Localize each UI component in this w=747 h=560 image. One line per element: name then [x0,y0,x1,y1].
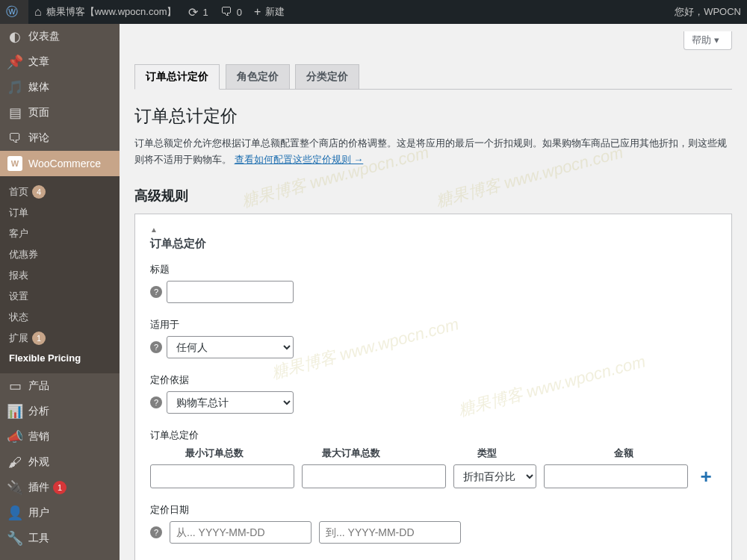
chat-icon: 🗨 [7,131,22,146]
menu-pages[interactable]: ▤页面 [0,100,120,125]
col-min: 最小订单总数 [150,447,279,460]
collapse-toggle[interactable]: ▲ [150,225,716,234]
doc-link[interactable]: 查看如何配置这些定价规则 → [235,154,364,165]
menu-users[interactable]: 👤用户 [0,500,120,526]
home-icon: ⌂ [34,5,42,19]
wp-logo[interactable]: ⓦ [0,0,28,24]
help-icon[interactable]: ? [150,341,162,353]
add-row-button[interactable]: + [695,466,716,487]
min-input[interactable] [150,464,294,488]
submenu-status[interactable]: 状态 [0,307,120,328]
brush-icon: 🖌 [7,455,22,470]
home-badge: 4 [32,185,46,199]
chart-icon: 📊 [7,404,22,419]
box-title: 订单总定价 [150,237,716,251]
dashboard-icon: ◐ [7,29,22,44]
updates-count: 1 [202,7,208,18]
submenu-customers[interactable]: 客户 [0,223,120,244]
admin-menu: ◐仪表盘 📌文章 🎵媒体 ▤页面 🗨评论 WWooCommerce 首页4 订单… [0,24,120,551]
help-icon[interactable]: ? [150,526,162,538]
wrench-icon: 🔧 [7,531,22,546]
woo-icon: W [7,156,22,171]
pricing-group-box: ▲ 订单总定价 标题 ? 适用于 ? 任何人 [134,214,732,560]
plus-icon: + [254,5,261,19]
label-date: 定价日期 [150,503,716,517]
plug-icon: 🔌 [7,480,22,495]
max-input[interactable] [302,464,446,488]
comments-link[interactable]: 🗨0 [214,0,248,24]
new-content[interactable]: +新建 [248,0,291,24]
date-to-input[interactable] [319,521,461,544]
page-icon: ▤ [7,105,22,120]
tab-order-total[interactable]: 订单总计定价 [134,64,220,90]
submenu-reports[interactable]: 报表 [0,265,120,286]
greeting: 您好，WPOCN [675,5,741,19]
updates-link[interactable]: ⟳1 [182,0,214,24]
my-account[interactable]: 您好，WPOCN [669,0,747,24]
comments-count: 0 [237,7,242,18]
media-icon: 🎵 [7,80,22,95]
wordpress-icon: ⓦ [6,4,18,20]
menu-tools[interactable]: 🔧工具 [0,526,120,551]
comment-icon: 🗨 [220,5,232,19]
totals-heading: 订单总定价 [150,429,716,442]
label-title: 标题 [150,263,716,276]
help-icon[interactable]: ? [150,396,162,408]
site-title: 糖果博客【www.wpocn.com】 [46,5,177,19]
menu-marketing[interactable]: 📣营销 [0,424,120,449]
submenu-extensions[interactable]: 扩展1 [0,328,120,349]
megaphone-icon: 📣 [7,429,22,444]
archive-icon: ▭ [7,379,22,393]
site-link[interactable]: ⌂糖果博客【www.wpocn.com】 [28,0,182,24]
type-select[interactable]: 折扣百分比 [453,464,536,488]
refresh-icon: ⟳ [188,5,198,19]
admin-toolbar: ⓦ ⌂糖果博客【www.wpocn.com】 ⟳1 🗨0 +新建 您好，WPOC… [0,0,747,24]
menu-media[interactable]: 🎵媒体 [0,75,120,100]
menu-woocommerce[interactable]: WWooCommerce [0,151,120,176]
user-icon: 👤 [7,505,22,520]
menu-comments[interactable]: 🗨评论 [0,125,120,151]
tab-role-pricing[interactable]: 角色定价 [226,64,290,90]
menu-appearance[interactable]: 🖌外观 [0,449,120,475]
label-based: 定价依据 [150,373,716,387]
title-input[interactable] [167,281,294,303]
label-applies: 适用于 [150,318,716,332]
help-button[interactable]: 帮助 ▾ [684,31,732,50]
tabs: 订单总计定价 角色定价 分类定价 [134,57,732,90]
submenu-home[interactable]: 首页4 [0,181,120,202]
help-icon[interactable]: ? [150,286,162,298]
menu-posts[interactable]: 📌文章 [0,49,120,75]
applies-select[interactable]: 任何人 [167,336,294,358]
menu-plugins[interactable]: 🔌插件1 [0,475,120,500]
menu-products[interactable]: ▭产品 [0,373,120,399]
page-description: 订单总额定价允许您根据订单总额配置整个商店的价格调整。这是将应用的最后一个折扣规… [134,135,732,168]
amount-input[interactable] [544,464,688,488]
menu-dashboard[interactable]: ◐仪表盘 [0,24,120,49]
based-select[interactable]: 购物车总计 [167,391,294,414]
submenu-orders[interactable]: 订单 [0,202,120,223]
ext-badge: 1 [32,332,46,345]
col-amount: 金额 [560,447,689,460]
date-from-input[interactable] [170,521,311,544]
page-title: 订单总计定价 [134,105,732,128]
menu-analytics[interactable]: 📊分析 [0,399,120,424]
submenu-settings[interactable]: 设置 [0,286,120,307]
new-label: 新建 [265,5,285,19]
col-type: 类型 [423,447,552,460]
section-advanced-rules: 高级规则 [134,187,732,205]
submenu-flexible-pricing[interactable]: Flexible Pricing [0,349,120,367]
submenu-coupons[interactable]: 优惠券 [0,244,120,265]
tab-category-pricing[interactable]: 分类定价 [295,64,359,90]
pin-icon: 📌 [7,55,22,69]
col-max: 最大订单总数 [287,447,416,460]
plugins-badge: 1 [53,481,66,494]
